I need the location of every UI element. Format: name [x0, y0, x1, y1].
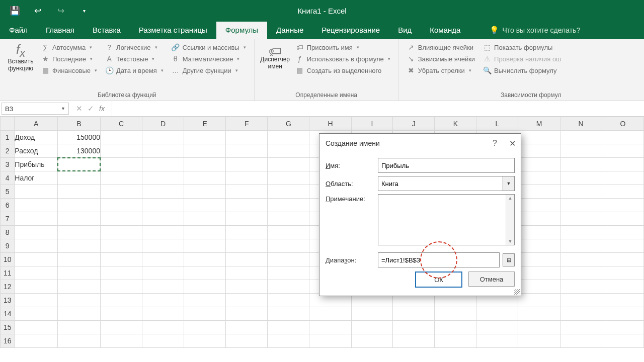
cell-D12[interactable]: [142, 280, 184, 294]
tab-file[interactable]: Файл: [0, 22, 37, 39]
cell-F7[interactable]: [226, 212, 268, 226]
cell-F11[interactable]: [226, 266, 268, 280]
cell-A5[interactable]: [15, 185, 58, 199]
math-button[interactable]: θМатематические▾: [170, 54, 248, 64]
cell-N12[interactable]: [560, 280, 602, 294]
cell-M15[interactable]: [518, 321, 560, 334]
cell-A9[interactable]: [15, 239, 58, 253]
show-formulas-button[interactable]: ⬚Показать формулы: [481, 42, 563, 52]
cell-D5[interactable]: [142, 185, 184, 199]
cell-N9[interactable]: [560, 239, 602, 253]
cell-N5[interactable]: [560, 185, 602, 199]
cell-D1[interactable]: [142, 131, 184, 144]
cell-D4[interactable]: [142, 171, 184, 185]
tab-formulas[interactable]: Формулы: [216, 22, 267, 39]
cell-D10[interactable]: [142, 253, 184, 266]
more-fn-button[interactable]: …Другие функции▾: [170, 65, 248, 75]
cell-G1[interactable]: [268, 131, 309, 144]
cell-O11[interactable]: [602, 266, 643, 280]
cell-E11[interactable]: [184, 266, 226, 280]
lookup-button[interactable]: 🔗Ссылки и массивы▾: [170, 42, 248, 52]
cell-G10[interactable]: [268, 253, 309, 266]
col-header-I[interactable]: I: [351, 117, 393, 131]
note-textarea[interactable]: ▲▼: [378, 194, 515, 245]
cell-E10[interactable]: [184, 253, 226, 266]
cell-O14[interactable]: [602, 307, 643, 321]
cell-F12[interactable]: [226, 280, 268, 294]
cell-A3[interactable]: Прибыль: [15, 158, 58, 171]
cell-F1[interactable]: [226, 131, 268, 144]
cell-F16[interactable]: [226, 334, 268, 348]
cell-E7[interactable]: [184, 212, 226, 226]
cell-M6[interactable]: [518, 199, 560, 212]
cell-M12[interactable]: [518, 280, 560, 294]
cell-A16[interactable]: [15, 334, 58, 348]
cell-O8[interactable]: [602, 226, 643, 239]
cell-G9[interactable]: [268, 239, 309, 253]
cell-B1[interactable]: 150000: [57, 131, 100, 144]
cell-E12[interactable]: [184, 280, 226, 294]
name-field[interactable]: [378, 158, 515, 173]
row-header-15[interactable]: 15: [1, 321, 15, 334]
cell-D7[interactable]: [142, 212, 184, 226]
cell-G11[interactable]: [268, 266, 309, 280]
cell-M5[interactable]: [518, 185, 560, 199]
cell-K16[interactable]: [435, 334, 476, 348]
row-header-3[interactable]: 3: [1, 158, 15, 171]
row-header-14[interactable]: 14: [1, 307, 15, 321]
cell-G12[interactable]: [268, 280, 309, 294]
cell-J16[interactable]: [393, 334, 435, 348]
define-name-button[interactable]: 🏷Присвоить имя▾: [294, 42, 392, 52]
cell-K15[interactable]: [435, 321, 476, 334]
cell-F9[interactable]: [226, 239, 268, 253]
cell-F8[interactable]: [226, 226, 268, 239]
insert-function-button[interactable]: fx Вставить функцию: [4, 41, 37, 76]
cell-C6[interactable]: [100, 199, 142, 212]
cell-C2[interactable]: [100, 144, 142, 158]
row-header-12[interactable]: 12: [1, 280, 15, 294]
row-header-9[interactable]: 9: [1, 239, 15, 253]
fx-label[interactable]: fx: [99, 105, 105, 113]
col-header-K[interactable]: K: [435, 117, 476, 131]
cell-G8[interactable]: [268, 226, 309, 239]
name-manager-button[interactable]: 🏷 Диспетчер имен: [259, 41, 292, 76]
evaluate-button[interactable]: 🔍Вычислить формулу: [481, 65, 563, 75]
recent-button[interactable]: ★Последние▾: [39, 54, 99, 64]
cell-D3[interactable]: [142, 158, 184, 171]
tab-team[interactable]: Команда: [421, 22, 469, 39]
cell-N8[interactable]: [560, 226, 602, 239]
cell-E3[interactable]: [184, 158, 226, 171]
cell-D14[interactable]: [142, 307, 184, 321]
cell-F4[interactable]: [226, 171, 268, 185]
financial-button[interactable]: ▦Финансовые▾: [39, 65, 99, 75]
remove-arrows-button[interactable]: ✖Убрать стрелки▾: [405, 65, 477, 75]
cell-C14[interactable]: [100, 307, 142, 321]
cell-M7[interactable]: [518, 212, 560, 226]
logical-button[interactable]: ?Логические▾: [103, 42, 166, 52]
cell-B15[interactable]: [57, 321, 100, 334]
cell-F6[interactable]: [226, 199, 268, 212]
ok-button[interactable]: ОК: [415, 272, 462, 288]
row-header-1[interactable]: 1: [1, 131, 15, 144]
cell-N1[interactable]: [560, 131, 602, 144]
cell-O16[interactable]: [602, 334, 643, 348]
cell-N13[interactable]: [560, 294, 602, 307]
col-header-M[interactable]: M: [518, 117, 560, 131]
cell-M11[interactable]: [518, 266, 560, 280]
cell-D13[interactable]: [142, 294, 184, 307]
cell-G15[interactable]: [268, 321, 309, 334]
trace-precedents-button[interactable]: ↗Влияющие ячейки: [405, 42, 477, 52]
cell-F5[interactable]: [226, 185, 268, 199]
cell-G3[interactable]: [268, 158, 309, 171]
row-header-16[interactable]: 16: [1, 334, 15, 348]
col-header-G[interactable]: G: [268, 117, 309, 131]
row-header-6[interactable]: 6: [1, 199, 15, 212]
cell-N7[interactable]: [560, 212, 602, 226]
cell-L14[interactable]: [476, 307, 518, 321]
cell-D15[interactable]: [142, 321, 184, 334]
cell-N6[interactable]: [560, 199, 602, 212]
chevron-down-icon[interactable]: ▼: [61, 106, 65, 111]
cell-J14[interactable]: [393, 307, 435, 321]
cell-O7[interactable]: [602, 212, 643, 226]
cell-N3[interactable]: [560, 158, 602, 171]
